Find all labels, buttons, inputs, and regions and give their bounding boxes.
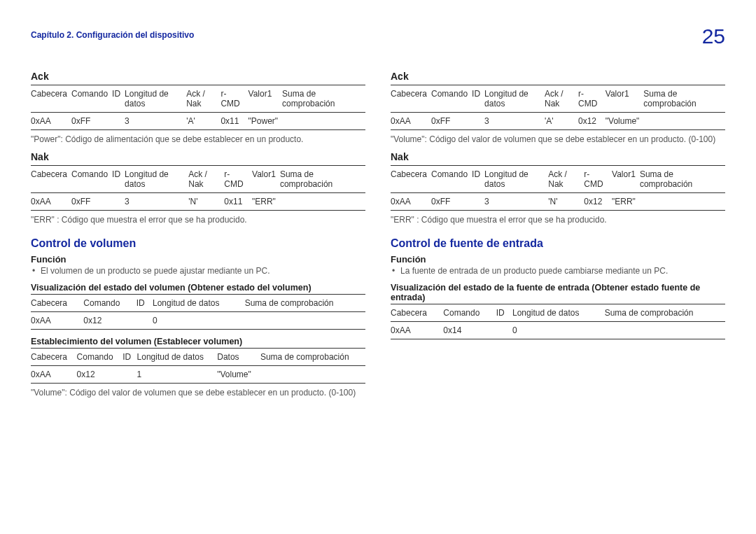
table-row: 0xAA 0xFF 3 'N' 0x11 "ERR" — [31, 193, 365, 211]
set-note: "Volume": Código del valor de volumen qu… — [31, 388, 365, 398]
td — [643, 113, 725, 130]
td — [122, 366, 136, 384]
td: 0xAA — [391, 322, 443, 339]
td: 'A' — [545, 113, 578, 130]
td — [260, 366, 365, 384]
td: 0 — [512, 322, 605, 339]
td: 0xFF — [431, 113, 472, 130]
th: Longitud de datos — [512, 304, 605, 322]
funcion-bullet: El volumen de un producto se puede ajust… — [31, 266, 365, 276]
th: Longitud de datos — [484, 85, 545, 113]
section-title-source: Control de fuente de entrada — [391, 237, 725, 250]
td: 'N' — [188, 193, 224, 211]
th: Cabecera — [31, 85, 71, 113]
td: 0x11 — [220, 113, 248, 130]
ack-note: "Volume": Código del valor de volumen qu… — [391, 134, 725, 144]
td: 0xFF — [431, 193, 472, 211]
td: 'A' — [186, 113, 220, 130]
nak-note: "ERR" : Código que muestra el error que … — [391, 215, 725, 225]
th: Longitud de datos — [137, 349, 218, 366]
th: Ack / Nak — [188, 166, 224, 193]
th: r-CMD — [224, 166, 252, 193]
td: 0xFF — [71, 193, 112, 211]
th: Longitud de datos — [484, 166, 548, 193]
th: Valor1 — [612, 166, 640, 193]
td: 0xAA — [31, 113, 71, 130]
td: 0x12 — [77, 366, 123, 384]
td: "Volume" — [217, 366, 260, 384]
td: 'N' — [548, 193, 584, 211]
th: Longitud de datos — [125, 85, 186, 113]
th: Comando — [443, 304, 496, 322]
th: Comando — [431, 85, 472, 113]
td: 3 — [484, 193, 548, 211]
th: Suma de comprobación — [280, 166, 365, 193]
td: 3 — [125, 113, 186, 130]
th: Suma de comprobación — [605, 304, 725, 322]
td: 0x14 — [443, 322, 496, 339]
th: ID — [496, 304, 512, 322]
th: Ack / Nak — [545, 85, 578, 113]
th: Datos — [217, 349, 260, 366]
nak-table: Cabecera Comando ID Longitud de datos Ac… — [31, 165, 365, 211]
th: Valor1 — [606, 85, 644, 113]
td: 0xAA — [391, 193, 431, 211]
td — [112, 113, 125, 130]
td — [605, 322, 725, 339]
th: Comando — [83, 295, 136, 312]
td — [245, 312, 365, 330]
th: Longitud de datos — [153, 295, 245, 312]
td — [280, 193, 365, 211]
td: 0x12 — [584, 193, 612, 211]
td: 3 — [125, 193, 188, 211]
td: "Power" — [248, 113, 283, 130]
th: Cabecera — [31, 349, 77, 366]
nak-heading: Nak — [391, 151, 725, 162]
table-row: 0xAA 0xFF 3 'A' 0x11 "Power" — [31, 113, 365, 130]
section-title-volume: Control de volumen — [31, 237, 365, 250]
ack-heading: Ack — [31, 71, 365, 82]
td — [282, 113, 365, 130]
th: Comando — [71, 85, 112, 113]
td: 0 — [153, 312, 245, 330]
th: Cabecera — [391, 304, 443, 322]
th: Suma de comprobación — [643, 85, 725, 113]
table-row: 0xAA 0x12 0 — [31, 312, 365, 330]
td — [496, 322, 512, 339]
left-column: Ack Cabecera Comando ID Longitud de dato… — [31, 68, 365, 405]
th: Comando — [431, 166, 472, 193]
th: Cabecera — [31, 166, 71, 193]
th: Cabecera — [31, 295, 83, 312]
td: 0xAA — [31, 193, 71, 211]
ack-table: Cabecera Comando ID Longitud de datos Ac… — [391, 85, 725, 130]
td: 1 — [137, 366, 218, 384]
td — [472, 193, 484, 211]
td: 0x12 — [83, 312, 136, 330]
td: "ERR" — [252, 193, 280, 211]
th: Ack / Nak — [186, 85, 220, 113]
two-column-layout: Ack Cabecera Comando ID Longitud de dato… — [31, 68, 725, 405]
table-row: 0xAA 0xFF 3 'N' 0x12 "ERR" — [391, 193, 725, 211]
td: 0xAA — [31, 312, 83, 330]
th: ID — [112, 85, 125, 113]
td: "Volume" — [606, 113, 644, 130]
td: 0xAA — [391, 113, 431, 130]
th: ID — [136, 295, 153, 312]
right-column: Ack Cabecera Comando ID Longitud de dato… — [391, 68, 725, 405]
th: Comando — [71, 166, 112, 193]
th: r-CMD — [578, 85, 606, 113]
td: 0x11 — [224, 193, 252, 211]
td: 0xFF — [71, 113, 112, 130]
table-row: 0xAA 0x14 0 — [391, 322, 725, 339]
table-row: 0xAA 0xFF 3 'A' 0x12 "Volume" — [391, 113, 725, 130]
view-table: Cabecera Comando ID Longitud de datos Su… — [31, 294, 365, 330]
nak-heading: Nak — [31, 151, 365, 162]
td: 0xAA — [31, 366, 77, 384]
td — [136, 312, 153, 330]
view-table: Cabecera Comando ID Longitud de datos Su… — [391, 304, 725, 339]
td: "ERR" — [612, 193, 640, 211]
th: Comando — [77, 349, 123, 366]
td: 0x12 — [578, 113, 606, 130]
th: Cabecera — [391, 85, 431, 113]
th: r-CMD — [584, 166, 612, 193]
